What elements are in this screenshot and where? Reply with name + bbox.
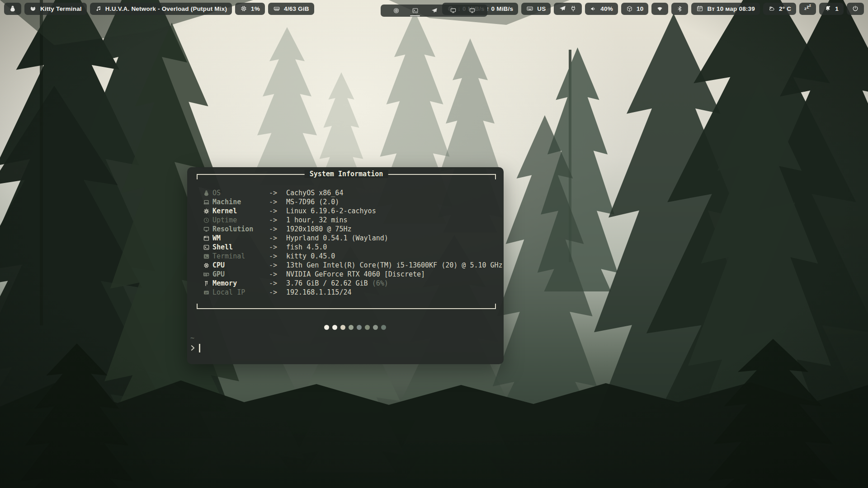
tux-icon [203, 190, 210, 197]
bluetooth-icon [676, 5, 683, 12]
music-note-icon [95, 5, 102, 12]
cat-icon [29, 5, 37, 12]
media-track-title: H.U.V.A. Network - Overload (Putput Mix) [105, 5, 227, 12]
ram-icon [273, 5, 280, 12]
launcher-button[interactable] [4, 3, 21, 15]
notifications-count: 1 [835, 5, 839, 12]
info-row-gpu: GPU -> NVIDIA GeForce RTX 4060 [Discrete… [197, 270, 504, 279]
workspace-terminal-active[interactable] [411, 5, 419, 17]
weather-cloud-icon [768, 5, 775, 12]
info-row-uptime: Uptime -> 1 hour, 32 mins [197, 216, 504, 225]
palette-dot [365, 325, 370, 330]
info-row-shell: Shell -> fish 4.5.0 [197, 243, 504, 252]
gear-icon [203, 208, 210, 215]
palette-dot [332, 325, 337, 330]
system-information-title: System Information [305, 170, 388, 178]
cpu-chip-icon [240, 5, 247, 12]
monitor-icon [450, 7, 457, 14]
calendar-icon [696, 5, 703, 12]
volume-module[interactable]: 40% [585, 3, 618, 15]
monitor-icon [203, 226, 210, 233]
package-icon [626, 5, 633, 12]
notifications-module[interactable]: 1 [819, 3, 844, 15]
media-module[interactable]: H.U.V.A. Network - Overload (Putput Mix) [90, 3, 232, 15]
speaker-icon [590, 5, 597, 12]
power-button[interactable] [847, 3, 864, 15]
ip-icon [203, 289, 210, 296]
memory-percent: (6%) [368, 279, 388, 287]
telegram-icon [431, 7, 438, 14]
shell-prompt[interactable]: ~ [190, 333, 200, 353]
laptop-icon [203, 199, 210, 206]
memory-module[interactable]: 4/63 GiB [268, 3, 314, 15]
palette-dot [381, 325, 386, 330]
telegram-icon[interactable] [559, 5, 566, 12]
bluetooth-module[interactable] [671, 3, 688, 15]
zzz-icon: zzz [804, 6, 811, 11]
target-icon [393, 7, 400, 14]
status-bar: Kitty Terminal H.U.V.A. Network - Overlo… [0, 2, 868, 15]
weather-module[interactable]: 2° C [763, 3, 796, 15]
memory-stick-icon [203, 280, 210, 287]
active-window-title: Kitty Terminal [40, 5, 82, 12]
workspace-telegram[interactable] [430, 5, 438, 17]
active-workspace-underline [410, 15, 420, 16]
workspaces-module [381, 5, 487, 17]
wifi-module[interactable] [651, 3, 668, 15]
monitor-icon [469, 7, 476, 14]
palette-dot [357, 325, 362, 330]
palette-dot [349, 325, 354, 330]
cpu-chip-icon [203, 262, 210, 269]
gpu-icon [203, 271, 210, 278]
palette-dot [373, 325, 378, 330]
workspace-browser[interactable] [392, 5, 400, 17]
wifi-icon [656, 5, 663, 12]
info-row-terminal: Terminal -> kitty 0.45.0 [197, 252, 504, 261]
bar-right-cluster: ↓ 0 MiB/s ↑ 0 MiB/s US 40% 10 [442, 3, 864, 15]
workspace-monitor-2[interactable] [468, 5, 476, 17]
palette-dot [324, 325, 329, 330]
active-window-module[interactable]: Kitty Terminal [24, 3, 87, 15]
kitty-terminal-window[interactable]: System Information OS -> CachyOS x86_64 … [187, 167, 504, 364]
info-row-cpu: CPU -> 13th Gen Intel(R) Core(TM) i5-136… [197, 261, 504, 270]
palette-dot [340, 325, 345, 330]
plug-icon[interactable] [570, 5, 577, 12]
info-row-local-ip: Local IP -> 192.168.1.115/24 [197, 288, 504, 297]
info-row-machine: Machine -> MS-7D96 (2.0) [197, 197, 504, 206]
updates-module[interactable]: 10 [621, 3, 648, 15]
clock-value: Вт 10 мар 08:39 [707, 5, 755, 12]
info-row-os: OS -> CachyOS x86_64 [197, 188, 504, 197]
power-icon [852, 5, 859, 12]
tux-icon [9, 5, 16, 12]
memory-usage-value: 4/63 GiB [284, 5, 309, 12]
updates-count: 10 [637, 5, 643, 12]
clock-icon [203, 217, 210, 224]
window-icon [203, 235, 210, 242]
volume-value: 40% [600, 5, 613, 12]
system-info-rows: OS -> CachyOS x86_64 Machine -> MS-7D96 … [197, 188, 504, 297]
terminal-color-palette [324, 325, 386, 330]
shell-prompt-icon [203, 244, 210, 251]
cpu-module[interactable]: 1% [235, 3, 265, 15]
desktop: IP Kitty Terminal H.U.V.A. Network - Ove… [0, 0, 868, 488]
keyboard-layout-module[interactable]: US [521, 3, 551, 15]
info-row-wm: WM -> Hyprland 0.54.1 (Wayland) [197, 234, 504, 243]
terminal-icon [203, 253, 210, 260]
info-row-resolution: Resolution -> 868x488 @ 75Hz [197, 225, 504, 234]
fastfetch-box: System Information OS -> CachyOS x86_64 … [197, 174, 496, 309]
keyboard-layout-value: US [537, 5, 546, 12]
info-row-kernel: Kernel -> Linux 6.19.6-2-cachyos [197, 206, 504, 216]
idle-inhibitor-module[interactable]: zzz [799, 3, 816, 15]
terminal-icon [412, 7, 419, 14]
terminal-cursor [199, 344, 200, 352]
system-tray [554, 3, 582, 15]
keyboard-icon [526, 5, 533, 12]
workspace-monitor-1[interactable] [449, 5, 457, 17]
bell-icon [824, 5, 831, 12]
clock-module[interactable]: Вт 10 мар 08:39 [691, 3, 760, 15]
cpu-usage-value: 1% [251, 5, 260, 12]
info-row-memory: Memory -> 3.76 GiB / 62.62 GiB (6%) [197, 279, 504, 288]
prompt-chevron-icon [190, 345, 195, 351]
prompt-cwd: ~ [190, 333, 200, 343]
weather-temperature: 2° C [779, 5, 791, 12]
